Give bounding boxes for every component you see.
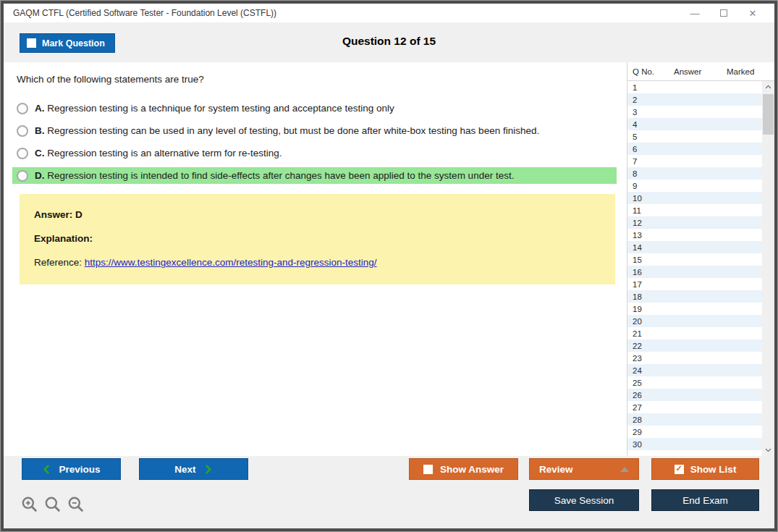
option-text: A. Regression testing is a technique for… [35,103,394,114]
row-qno: 26 [633,391,674,400]
question-list-row[interactable]: 2 [627,93,762,106]
question-list-row[interactable]: 13 [627,229,762,241]
radio-button-icon[interactable] [17,125,28,137]
question-list-row[interactable]: 23 [627,352,762,364]
option-text: C. Regression testing is an alternative … [35,148,282,159]
question-list-row[interactable]: 12 [627,216,762,229]
zoom-in-icon[interactable] [20,495,39,514]
option-text: B. Regression testing can be used in any… [35,125,539,136]
row-qno: 15 [633,256,674,264]
question-list-row[interactable]: 21 [627,327,762,339]
row-qno: 13 [633,231,674,240]
question-list-row[interactable]: 5 [627,130,762,143]
question-list-row[interactable]: 4 [627,118,762,130]
question-list-row[interactable]: 25 [627,376,762,389]
row-qno: 29 [633,428,674,436]
row-qno: 11 [633,206,674,215]
row-qno: 8 [633,169,674,178]
question-list-row[interactable]: 29 [627,426,762,438]
row-qno: 3 [633,108,674,117]
list-scrollbar[interactable] [762,81,774,456]
scrollbar-thumb[interactable] [763,94,774,135]
question-list-row[interactable]: 9 [627,180,762,192]
window-title: GAQM CTFL (Certified Software Tester - F… [4,8,276,18]
question-list-row[interactable]: 27 [627,401,762,413]
question-text: Which of the following statements are tr… [17,74,627,85]
radio-button-icon[interactable] [17,170,28,182]
row-qno: 17 [633,280,674,289]
row-qno: 25 [633,379,674,387]
maximize-icon[interactable] [709,4,738,22]
title-bar: GAQM CTFL (Certified Software Tester - F… [4,4,774,22]
question-list-row[interactable]: 10 [627,192,762,204]
explanation-label: Explanation: [34,233,601,244]
radio-button-icon[interactable] [17,148,28,159]
zoom-toolbar [20,495,85,514]
question-list-row[interactable]: 20 [627,315,762,327]
row-qno: 24 [633,366,674,375]
row-qno: 20 [633,317,674,326]
show-list-button[interactable]: Show List [651,458,759,480]
question-list-row[interactable]: 22 [627,339,762,352]
radio-button-icon[interactable] [17,103,28,114]
question-list-row[interactable]: 28 [627,413,762,426]
row-qno: 18 [633,292,674,301]
end-exam-button[interactable]: End Exam [651,489,759,511]
previous-label: Previous [59,464,100,475]
question-list-row[interactable]: 3 [627,106,762,118]
close-icon[interactable]: ✕ [738,4,767,22]
row-qno: 10 [633,194,674,203]
answer-option[interactable]: B. Regression testing can be used in any… [12,122,617,139]
question-list-row[interactable]: 15 [627,253,762,266]
next-button[interactable]: Next [139,458,248,480]
next-label: Next [174,464,195,475]
scroll-down-icon[interactable] [762,444,774,456]
question-list-sidebar: Q No. Answer Marked 1 2 3 4 5 6 7 [627,62,774,456]
scroll-up-icon[interactable] [762,81,774,93]
footer-toolbar: Previous Next Show Answer Review Show Li… [4,456,774,528]
previous-button[interactable]: Previous [22,458,121,480]
show-list-label: Show List [690,464,737,475]
question-list-row[interactable]: 14 [627,241,762,253]
show-answer-label: Show Answer [440,464,504,475]
options-list: A. Regression testing is a technique for… [12,100,617,184]
chevron-right-icon [203,464,213,475]
reference-link[interactable]: https://www.testingexcellence.com/retest… [85,257,377,268]
review-button[interactable]: Review [529,458,639,480]
exam-header: Mark Question Question 12 of 15 [4,22,774,62]
question-list-row[interactable]: 18 [627,290,762,303]
question-list-row[interactable]: 16 [627,266,762,278]
question-list-row[interactable]: 1 [627,81,762,93]
question-list-row[interactable]: 26 [627,389,762,401]
save-session-button[interactable]: Save Session [529,489,639,511]
question-list-row[interactable]: 17 [627,278,762,290]
question-list-rows: 1 2 3 4 5 6 7 8 9 10 11 [627,81,762,450]
option-text: D. Regression testing is intended to fin… [35,170,514,181]
minimize-icon[interactable]: — [680,4,709,22]
show-answer-button[interactable]: Show Answer [409,458,518,480]
question-list-row[interactable]: 19 [627,303,762,315]
question-list-row[interactable]: 30 [627,438,762,450]
reference-line: Reference: https://www.testingexcellence… [34,257,601,268]
question-counter: Question 12 of 15 [4,35,774,48]
question-list-row[interactable]: 11 [627,204,762,216]
answer-option[interactable]: C. Regression testing is an alternative … [12,145,617,161]
zoom-out-icon[interactable] [67,495,85,514]
question-list-row[interactable]: 8 [627,167,762,180]
row-qno: 9 [633,182,674,190]
answer-option[interactable]: A. Regression testing is a technique for… [12,100,617,117]
row-qno: 1 [633,83,674,92]
row-qno: 4 [633,120,674,129]
row-qno: 19 [633,305,674,313]
question-list-row[interactable]: 6 [627,143,762,155]
show-answer-checkbox[interactable] [423,465,433,474]
search-icon[interactable] [43,495,62,514]
save-session-label: Save Session [554,495,614,506]
question-list-row[interactable]: 24 [627,364,762,376]
show-list-checkbox[interactable] [675,465,684,474]
row-qno: 2 [633,96,674,104]
answer-option[interactable]: D. Regression testing is intended to fin… [12,167,617,184]
question-list-row[interactable]: 7 [627,155,762,167]
row-qno: 12 [633,219,674,227]
row-qno: 16 [633,268,674,276]
